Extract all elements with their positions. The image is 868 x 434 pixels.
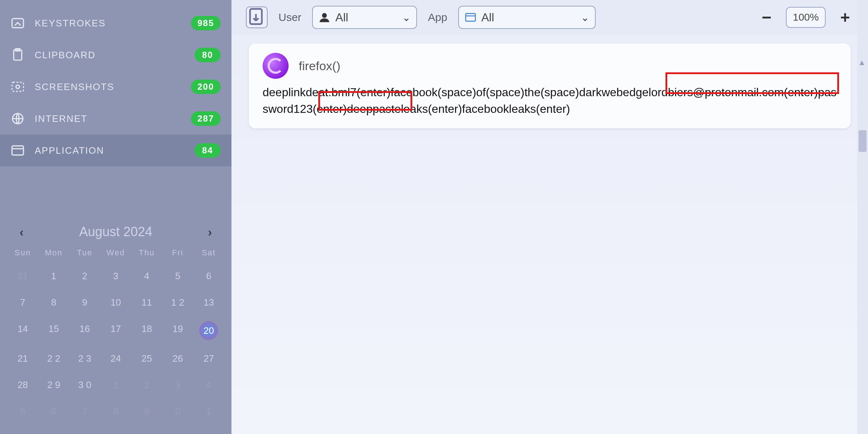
calendar-dow: Sun — [7, 248, 38, 258]
calendar-day[interactable]: 17 — [100, 321, 131, 340]
sidebar-item-internet[interactable]: INTERNET 287 — [0, 103, 231, 135]
sidebar-item-application[interactable]: APPLICATION 84 — [0, 135, 231, 166]
entry-app-name: firefox() — [299, 59, 340, 73]
sidebar-item-label: SCREENSHOTS — [35, 81, 191, 93]
calendar-day[interactable]: 14 — [7, 321, 38, 340]
calendar-day[interactable]: 2 — [69, 268, 100, 284]
calendar-dow: Sat — [193, 248, 224, 258]
user-icon — [319, 12, 330, 23]
calendar-day[interactable]: 8 — [38, 295, 69, 310]
calendar-day[interactable]: 2 3 — [69, 351, 100, 366]
calendar-day[interactable]: 8 — [100, 404, 131, 419]
calendar-day[interactable]: 1 — [100, 377, 131, 393]
app-filter-value: All — [481, 11, 576, 24]
app-filter-dropdown[interactable]: All ⌄ — [458, 6, 596, 29]
calendar-day[interactable]: 26 — [162, 351, 193, 366]
calendar-day[interactable]: 2 — [131, 377, 162, 393]
svg-rect-3 — [12, 82, 24, 91]
svg-rect-10 — [465, 13, 475, 21]
calendar-dow: Fri — [162, 248, 193, 258]
calendar-day[interactable]: 1 2 — [162, 295, 193, 310]
count-badge: 287 — [191, 111, 221, 126]
sidebar: KEYSTROKES 985 CLIPBOARD 80 SCREENSHOTS … — [0, 0, 231, 434]
chevron-down-icon: ⌄ — [581, 12, 589, 24]
zoom-level[interactable]: 100% — [786, 7, 826, 28]
camera-icon — [11, 80, 25, 94]
user-filter-value: All — [335, 11, 397, 24]
calendar-day[interactable]: 6 — [193, 268, 224, 284]
calendar-day[interactable]: 7 — [69, 404, 100, 419]
count-badge: 200 — [191, 80, 221, 94]
calendar-day[interactable]: 15 — [38, 321, 69, 340]
calendar-day[interactable]: 9 — [69, 295, 100, 310]
calendar-day[interactable]: 7 — [7, 295, 38, 310]
calendar-day[interactable]: 2 9 — [38, 377, 69, 393]
sidebar-item-keystrokes[interactable]: KEYSTROKES 985 — [0, 7, 231, 39]
clipboard-icon — [11, 48, 25, 62]
calendar-day[interactable]: 3 — [100, 268, 131, 284]
export-button[interactable] — [246, 7, 268, 28]
calendar-day[interactable]: 0 — [162, 404, 193, 419]
calendar: ‹ August 2024 › SunMonTueWedThuFriSat311… — [0, 221, 231, 419]
calendar-day[interactable]: 28 — [7, 377, 38, 393]
calendar-day[interactable]: 13 — [193, 295, 224, 310]
calendar-title: August 2024 — [79, 224, 152, 239]
calendar-dow: Wed — [100, 248, 131, 258]
sidebar-item-screenshots[interactable]: SCREENSHOTS 200 — [0, 71, 231, 103]
sidebar-item-label: KEYSTROKES — [35, 18, 191, 29]
calendar-dow: Thu — [131, 248, 162, 258]
calendar-day[interactable]: 3 0 — [69, 377, 100, 393]
calendar-day[interactable]: 2 2 — [38, 351, 69, 366]
calendar-day[interactable]: 4 — [131, 268, 162, 284]
calendar-dow: Mon — [38, 248, 69, 258]
zoom-out-button[interactable]: − — [758, 8, 775, 27]
calendar-next-button[interactable]: › — [208, 225, 212, 239]
sidebar-item-label: APPLICATION — [35, 145, 195, 156]
calendar-day[interactable]: 4 — [193, 377, 224, 393]
calendar-prev-button[interactable]: ‹ — [20, 225, 24, 239]
calendar-day[interactable]: 6 — [38, 404, 69, 419]
svg-point-9 — [322, 13, 327, 18]
calendar-day[interactable]: 18 — [131, 321, 162, 340]
window-icon — [11, 144, 25, 157]
sidebar-item-label: CLIPBOARD — [35, 50, 195, 61]
toolbar: User All ⌄ App All ⌄ − 100% + — [231, 0, 868, 35]
svg-rect-6 — [12, 146, 24, 155]
calendar-dow: Tue — [69, 248, 100, 258]
calendar-day[interactable]: 1 — [193, 404, 224, 419]
user-filter-label: User — [278, 11, 301, 24]
calendar-day[interactable]: 20 — [199, 321, 218, 340]
calendar-day[interactable]: 16 — [69, 321, 100, 340]
calendar-day[interactable]: 31 — [7, 268, 38, 284]
calendar-day[interactable]: 3 — [162, 377, 193, 393]
calendar-day[interactable]: 1 — [38, 268, 69, 284]
calendar-day[interactable]: 27 — [193, 351, 224, 366]
firefox-icon — [263, 53, 289, 79]
calendar-day[interactable]: 21 — [7, 351, 38, 366]
calendar-day[interactable]: 11 — [131, 295, 162, 310]
app-filter-label: App — [428, 11, 447, 24]
zoom-in-button[interactable]: + — [837, 8, 854, 27]
calendar-day[interactable]: 19 — [162, 321, 193, 340]
calendar-day[interactable]: 5 — [7, 404, 38, 419]
calendar-day[interactable]: 10 — [100, 295, 131, 310]
calendar-day[interactable]: 9 — [131, 404, 162, 419]
keyboard-icon — [11, 16, 25, 30]
scroll-up-icon[interactable]: ▲ — [858, 58, 866, 67]
scrollbar[interactable]: ▲ — [857, 0, 868, 434]
count-badge: 80 — [195, 48, 221, 62]
count-badge: 84 — [195, 143, 221, 158]
main-panel: User All ⌄ App All ⌄ − 100% + firefox() … — [231, 0, 868, 434]
user-filter-dropdown[interactable]: All ⌄ — [312, 6, 417, 29]
calendar-day[interactable]: 24 — [100, 351, 131, 366]
count-badge: 985 — [191, 16, 221, 30]
calendar-day[interactable]: 5 — [162, 268, 193, 284]
scroll-thumb[interactable] — [859, 130, 867, 152]
sidebar-item-label: INTERNET — [35, 113, 191, 124]
window-icon — [465, 12, 476, 23]
calendar-day[interactable]: 25 — [131, 351, 162, 366]
chevron-down-icon: ⌄ — [402, 12, 410, 24]
sidebar-item-clipboard[interactable]: CLIPBOARD 80 — [0, 39, 231, 71]
svg-point-4 — [16, 85, 20, 89]
keystroke-entry-card: firefox() deeplinkdeat.bml7(enter)facebo… — [249, 43, 851, 128]
